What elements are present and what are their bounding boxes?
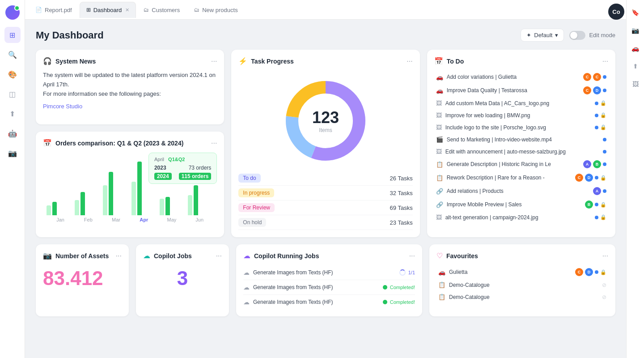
badge-hold[interactable]: On hold (238, 218, 266, 227)
tab-customers[interactable]: 🗂 Customers (137, 2, 186, 18)
donut-chart-wrap: 123 Items (238, 71, 412, 171)
legend-year-2023: 2023 (154, 165, 166, 171)
todo-item[interactable]: 🖼Improve for web loading | BMW.png🔒 (434, 110, 608, 121)
legend-title: April Q1&Q2 (154, 157, 211, 162)
sidebar-item-layers[interactable]: ◫ (4, 86, 21, 102)
job-status: Completed! (383, 299, 415, 305)
bar-curr (194, 185, 198, 216)
chart-labels: JanFebMarAprMayJun (43, 215, 217, 222)
badge-inprogress[interactable]: In progress (238, 188, 274, 197)
todo-item-text: Generate Description | Historic Racing i… (447, 161, 580, 167)
fav-item[interactable]: 🚗GuliettaCD🔒 (436, 265, 608, 279)
orders-icon: 📅 (43, 139, 52, 147)
todo-item-text: Include logo to the site | Porsche_logo.… (445, 124, 591, 131)
todo-item[interactable]: 🔗Add relations | ProductsA (434, 185, 608, 197)
avatar-badge: C (575, 268, 583, 276)
right-icon-car[interactable]: 🚗 (628, 41, 643, 55)
tab-dashboard-close[interactable]: ✕ (125, 7, 129, 13)
edit-mode-toggle[interactable] (569, 31, 585, 40)
todo-item[interactable]: 🚗Improve Data Quality | TestarossaCD (434, 84, 608, 97)
bar-group (103, 172, 128, 216)
task-row-review: For Review 69 Tasks (238, 200, 412, 215)
todo-menu[interactable]: ··· (602, 57, 608, 65)
sidebar-item-grid[interactable]: ⊞ (4, 27, 21, 43)
sidebar-item-camera[interactable]: 📷 (4, 145, 21, 161)
fav-item[interactable]: 📋Demo-Catalogue⊘ (436, 279, 608, 291)
job-icon: ☁ (243, 269, 250, 276)
todo-item-actions (603, 138, 606, 141)
system-news-menu[interactable]: ··· (211, 57, 217, 65)
legend-box: April Q1&Q2 2023 73 orders 2024 115 orde… (148, 153, 217, 184)
favourites-menu[interactable]: ··· (602, 252, 608, 260)
sidebar-item-upload[interactable]: ⬆ (4, 106, 21, 122)
bar-group (188, 185, 213, 216)
job-label: Generate Images from Texts (HF) (253, 299, 333, 305)
todo-item-text: Add color variations | Gulietta (447, 74, 580, 80)
task-progress-menu[interactable]: ··· (407, 57, 412, 65)
job-row[interactable]: ☁Generate Images from Texts (HF)Complete… (243, 295, 415, 309)
todo-item-text: alt-text generation | campaign-2024.jpg (445, 214, 591, 221)
news-line2: For more information see the following p… (43, 90, 217, 99)
bar-group (75, 192, 100, 216)
sidebar-item-search[interactable]: 🔍 (4, 47, 21, 63)
copilot-jobs-icon: ☁ (143, 251, 150, 260)
fav-item-icon: 🚗 (438, 269, 445, 276)
avatar-badge: D (585, 174, 593, 182)
right-sidebar: 🔖 📷 🚗 ⬆ 🖼 (626, 0, 644, 358)
task-progress-title-row: ⚡ Task Progress (238, 57, 293, 65)
page-title: My Dashboard (36, 30, 104, 41)
task-count-review: 69 Tasks (390, 205, 413, 211)
right-icon-upload[interactable]: ⬆ (628, 59, 643, 73)
bar-prev (75, 200, 79, 215)
status-dot (603, 189, 606, 193)
bar-curr (52, 202, 57, 215)
copilot-jobs-menu[interactable]: ··· (216, 252, 222, 260)
lock-icon: 🔒 (600, 202, 606, 208)
todo-item[interactable]: 🖼Edit with announcement | auto-messe-sal… (434, 146, 608, 157)
tab-newproducts[interactable]: 🗂 New products (187, 2, 244, 18)
orders-menu[interactable]: ··· (211, 139, 217, 147)
todo-item[interactable]: 🖼alt-text generation | campaign-2024.jpg… (434, 212, 608, 223)
todo-item[interactable]: 📋Rework Description | Rare for a Reason … (434, 171, 608, 184)
copilot-jobs-title-row: ☁ Copilot Jobs (143, 251, 192, 260)
todo-item[interactable]: 🖼Add custom Meta Data | AC_Cars_logo.png… (434, 98, 608, 109)
logo-mark[interactable]: Co (608, 4, 624, 20)
badge-review[interactable]: For Review (238, 203, 275, 212)
todo-item[interactable]: 🚗Add color variations | GuliettaCC (434, 71, 608, 83)
avatar-badge: C (593, 73, 601, 81)
copilot-jobs-title: Copilot Jobs (154, 252, 192, 260)
badge-todo[interactable]: To do (238, 174, 260, 183)
status-dot (595, 126, 598, 129)
assets-menu[interactable]: ··· (116, 252, 122, 260)
job-status: 1/1 (399, 269, 415, 276)
todo-item[interactable]: 🔗Improve Mobile Preview | SalesB🔒 (434, 198, 608, 211)
bar-group (47, 202, 72, 215)
sidebar-item-bot[interactable]: 🤖 (4, 125, 21, 141)
right-icon-camera[interactable]: 📷 (628, 23, 643, 38)
running-jobs-menu[interactable]: ··· (409, 252, 415, 260)
todo-item-text: Rework Description | Rare for a Reason - (447, 175, 572, 181)
chart-month-label: Apr (130, 217, 158, 222)
tab-dashboard[interactable]: ⊞ Dashboard ✕ (80, 2, 136, 18)
fav-item[interactable]: 📋Demo-Catalogue⊘ (436, 291, 608, 303)
job-row[interactable]: ☁Generate Images from Texts (HF)1/1 (243, 265, 415, 280)
todo-item-actions: CD (583, 86, 606, 94)
chart-month-label: Jun (186, 217, 213, 222)
news-link[interactable]: Pimcore Studio (43, 102, 82, 111)
right-icon-bookmark[interactable]: 🔖 (628, 5, 643, 20)
done-dot (383, 285, 387, 290)
task-progress-icon: ⚡ (238, 57, 247, 65)
todo-item[interactable]: 🎬Send to Marketing | Intro-video-website… (434, 134, 608, 145)
default-button[interactable]: ✦ Default ▾ (521, 29, 564, 42)
favourites-icon: ♡ (436, 251, 443, 260)
user-avatar[interactable] (5, 5, 20, 20)
tab-report[interactable]: 📄 Report.pdf (29, 2, 79, 18)
sidebar-item-palette[interactable]: 🎨 (4, 66, 21, 82)
right-icon-photo[interactable]: 🖼 (628, 77, 643, 91)
job-status: Completed! (383, 285, 415, 290)
todo-item[interactable]: 🖼Include logo to the site | Porsche_logo… (434, 122, 608, 133)
task-progress-header: ⚡ Task Progress ··· (238, 57, 412, 65)
status-dot (595, 203, 598, 206)
job-row[interactable]: ☁Generate Images from Texts (HF)Complete… (243, 280, 415, 295)
todo-item[interactable]: 📋Generate Description | Historic Racing … (434, 158, 608, 170)
